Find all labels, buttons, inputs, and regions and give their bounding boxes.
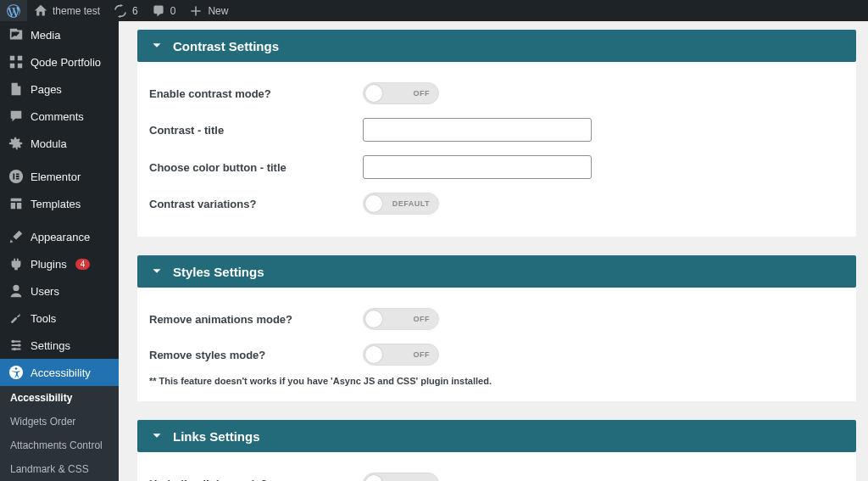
svg-point-3	[13, 348, 16, 351]
row-remove-animations: Remove animations mode? OFF	[149, 301, 844, 337]
site-name[interactable]: theme test	[27, 0, 107, 21]
sidebar-item-label: Pages	[31, 83, 62, 96]
sidebar-item-appearance[interactable]: Appearance	[0, 223, 119, 250]
sidebar-item-comments[interactable]: Comments	[0, 103, 119, 130]
remove-styles-toggle[interactable]: OFF	[363, 344, 439, 366]
appearance-icon	[8, 229, 24, 244]
comments-icon	[152, 4, 165, 18]
sidebar-item-label: Appearance	[31, 231, 90, 243]
wp-logo[interactable]	[0, 0, 27, 21]
row-underline-links: Underline links mode? OFF	[149, 466, 844, 481]
remove-styles-label: Remove styles mode?	[149, 349, 363, 361]
wordpress-icon	[7, 4, 20, 18]
svg-point-2	[18, 344, 21, 347]
settings-icon	[8, 338, 24, 353]
submenu-widgets-order[interactable]: Widgets Order	[0, 410, 119, 433]
sidebar-item-qode-portfolio[interactable]: Qode Portfolio	[0, 48, 119, 76]
comments-count: 0	[170, 5, 176, 17]
submenu-landmark-css[interactable]: Landmark & CSS	[0, 457, 119, 481]
plugins-badge: 4	[75, 259, 91, 270]
svg-point-5	[15, 367, 18, 370]
admin-bar: theme test 6 0 New	[0, 0, 868, 21]
panel-title: Styles Settings	[173, 265, 264, 279]
panel-links-head[interactable]: Links Settings	[137, 420, 856, 452]
plus-icon	[189, 4, 203, 18]
remove-animations-toggle[interactable]: OFF	[363, 308, 439, 330]
comments-icon	[8, 109, 24, 124]
sidebar-item-modula[interactable]: Modula	[0, 130, 119, 157]
grid-icon	[8, 54, 24, 70]
contrast-variations-toggle[interactable]: DEFAULT	[363, 193, 439, 215]
sidebar-item-label: Templates	[31, 198, 81, 210]
users-icon	[8, 283, 24, 299]
styles-note: ** This feature doesn't works if you hav…	[149, 376, 844, 386]
panel-styles-body: Remove animations mode? OFF Remove style…	[137, 288, 856, 401]
toggle-state: OFF	[414, 350, 431, 359]
panel-title: Contrast Settings	[173, 39, 279, 53]
tools-icon	[8, 310, 24, 326]
accessibility-icon	[8, 365, 24, 380]
sidebar-item-tools[interactable]: Tools	[0, 305, 119, 332]
templates-icon	[8, 196, 24, 211]
row-contrast-variations: Contrast variations? DEFAULT	[149, 186, 844, 221]
toggle-knob	[365, 85, 382, 102]
sidebar-item-label: Tools	[31, 312, 56, 325]
sidebar-item-media[interactable]: Media	[0, 21, 119, 48]
contrast-variations-label: Contrast variations?	[149, 198, 363, 210]
new-content[interactable]: New	[182, 0, 235, 21]
updates[interactable]: 6	[107, 0, 145, 21]
sidebar-item-plugins[interactable]: Plugins 4	[0, 250, 119, 277]
sidebar-item-label: Media	[31, 29, 60, 42]
toggle-knob	[365, 195, 382, 212]
accessibility-submenu: Accessibility Widgets Order Attachments …	[0, 386, 119, 481]
new-label: New	[208, 5, 228, 17]
sidebar-item-label: Settings	[31, 339, 70, 352]
media-icon	[8, 27, 24, 42]
toggle-knob	[365, 310, 382, 327]
panel-contrast-body: Enable contrast mode? OFF Contrast - tit…	[137, 62, 856, 237]
panel-contrast-head[interactable]: Contrast Settings	[137, 30, 856, 62]
site-title: theme test	[53, 5, 100, 17]
contrast-title-input[interactable]	[363, 118, 592, 142]
enable-contrast-label: Enable contrast mode?	[149, 87, 363, 100]
sidebar-item-label: Plugins	[31, 258, 67, 271]
panel-styles-head[interactable]: Styles Settings	[137, 255, 856, 288]
chevron-down-icon	[149, 428, 164, 444]
svg-point-1	[12, 340, 15, 344]
row-contrast-title: Contrast - title	[149, 111, 844, 148]
panel-links-body: Underline links mode? OFF	[137, 452, 856, 481]
comments[interactable]: 0	[145, 0, 183, 21]
pages-icon	[8, 81, 24, 97]
sidebar-item-elementor[interactable]: Elementor	[0, 163, 119, 190]
sidebar-item-pages[interactable]: Pages	[0, 76, 119, 103]
row-remove-styles: Remove styles mode? OFF	[149, 337, 844, 372]
sidebar-item-settings[interactable]: Settings	[0, 332, 119, 359]
color-button-title-input[interactable]	[363, 155, 592, 179]
update-icon	[114, 4, 127, 18]
enable-contrast-toggle[interactable]: OFF	[363, 82, 439, 104]
sidebar-item-label: Comments	[31, 110, 84, 123]
underline-links-toggle[interactable]: OFF	[363, 473, 439, 481]
toggle-state: DEFAULT	[392, 199, 430, 208]
sidebar-item-templates[interactable]: Templates	[0, 190, 119, 217]
sidebar-item-label: Accessibility	[31, 366, 91, 379]
main-content: Contrast Settings Enable contrast mode? …	[119, 21, 868, 481]
toggle-knob	[365, 475, 382, 481]
row-color-button-title: Choose color button - title	[149, 148, 844, 186]
updates-count: 6	[132, 5, 138, 17]
underline-links-label: Underline links mode?	[149, 478, 363, 482]
gear-icon	[8, 136, 24, 151]
chevron-down-icon	[149, 264, 164, 279]
elementor-icon	[8, 169, 24, 184]
row-enable-contrast: Enable contrast mode? OFF	[149, 76, 844, 111]
sidebar-item-users[interactable]: Users	[0, 277, 119, 305]
submenu-attachments-control[interactable]: Attachments Control	[0, 433, 119, 457]
sidebar-item-label: Users	[31, 285, 59, 298]
contrast-title-label: Contrast - title	[149, 124, 363, 137]
submenu-accessibility[interactable]: Accessibility	[0, 386, 119, 410]
sidebar-item-label: Elementor	[31, 171, 81, 183]
sidebar-item-accessibility[interactable]: Accessibility	[0, 359, 119, 386]
chevron-down-icon	[149, 38, 164, 53]
panel-title: Links Settings	[173, 429, 260, 444]
toggle-state: OFF	[414, 315, 431, 323]
